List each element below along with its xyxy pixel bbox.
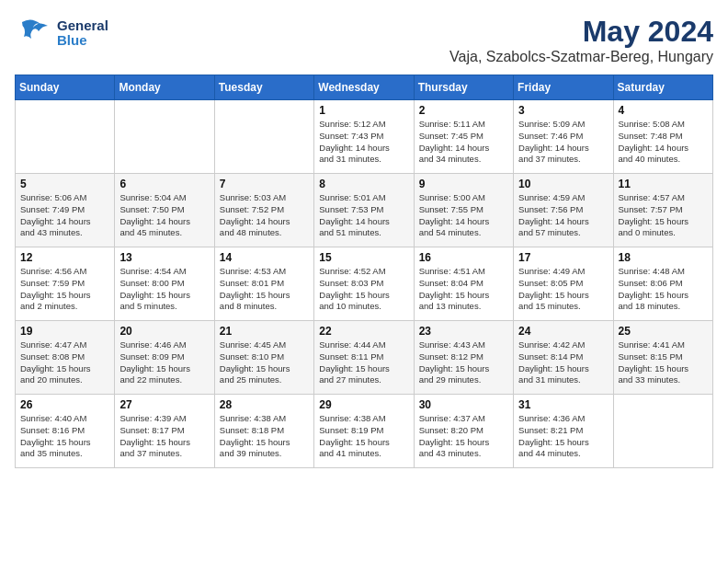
cell-info: Sunset: 8:20 PM bbox=[419, 425, 508, 437]
cell-info: Sunrise: 4:59 AM bbox=[518, 192, 608, 204]
cell-info: Sunset: 7:43 PM bbox=[319, 131, 408, 143]
cell-info: Sunrise: 4:51 AM bbox=[419, 266, 508, 278]
cell-info: Sunset: 7:46 PM bbox=[518, 131, 608, 143]
day-number: 17 bbox=[518, 251, 608, 264]
cell-info: Daylight: 15 hours bbox=[419, 363, 508, 375]
cell-info: Sunset: 8:10 PM bbox=[220, 351, 309, 363]
cell-info: Daylight: 14 hours bbox=[419, 143, 508, 155]
cell-info: Sunset: 8:19 PM bbox=[319, 425, 408, 437]
cell-info: Sunrise: 4:39 AM bbox=[119, 413, 209, 425]
cell-info: Sunset: 8:00 PM bbox=[119, 278, 209, 290]
cell-info: Daylight: 15 hours bbox=[220, 363, 309, 375]
cell-info: Daylight: 15 hours bbox=[518, 437, 608, 449]
cell-w4-d3: 22Sunrise: 4:44 AMSunset: 8:11 PMDayligh… bbox=[314, 321, 414, 395]
day-number: 9 bbox=[419, 178, 508, 190]
cell-info: Sunrise: 4:38 AM bbox=[220, 413, 309, 425]
day-number: 6 bbox=[119, 178, 209, 190]
cell-info: Sunset: 8:09 PM bbox=[119, 351, 209, 363]
cell-info: Sunrise: 5:09 AM bbox=[518, 119, 608, 131]
calendar-title: May 2024 bbox=[449, 15, 713, 49]
day-number: 26 bbox=[20, 398, 109, 411]
cell-w3-d0: 12Sunrise: 4:56 AMSunset: 7:59 PMDayligh… bbox=[16, 247, 115, 321]
cell-w2-d3: 8Sunrise: 5:01 AMSunset: 7:53 PMDaylight… bbox=[314, 174, 414, 247]
cell-w5-d1: 27Sunrise: 4:39 AMSunset: 8:17 PMDayligh… bbox=[115, 395, 214, 468]
title-area: May 2024 Vaja, Szabolcs-Szatmar-Bereg, H… bbox=[449, 15, 713, 65]
cell-info: Sunrise: 4:57 AM bbox=[619, 192, 708, 204]
cell-info: Sunset: 8:11 PM bbox=[319, 351, 408, 363]
cell-info: Daylight: 15 hours bbox=[119, 363, 209, 375]
cell-info: Sunset: 7:45 PM bbox=[419, 131, 508, 143]
week-row-2: 5Sunrise: 5:06 AMSunset: 7:49 PMDaylight… bbox=[16, 174, 713, 247]
day-number: 30 bbox=[419, 398, 508, 411]
header-saturday: Saturday bbox=[613, 75, 712, 100]
cell-info: and 22 minutes. bbox=[119, 374, 209, 386]
cell-info: Daylight: 14 hours bbox=[319, 216, 408, 228]
header-thursday: Thursday bbox=[414, 75, 513, 100]
cell-info: Sunset: 8:08 PM bbox=[20, 351, 109, 363]
cell-info: and 13 minutes. bbox=[419, 301, 508, 313]
cell-info: Daylight: 14 hours bbox=[119, 216, 209, 228]
day-number: 15 bbox=[319, 251, 408, 264]
header-wednesday: Wednesday bbox=[314, 75, 414, 100]
cell-info: and 29 minutes. bbox=[419, 374, 508, 386]
cell-info: and 43 minutes. bbox=[20, 227, 109, 239]
cell-info: Sunset: 7:48 PM bbox=[619, 131, 708, 143]
cell-info: Daylight: 15 hours bbox=[20, 437, 109, 449]
cell-info: and 37 minutes. bbox=[518, 154, 608, 166]
cell-info: Daylight: 15 hours bbox=[319, 363, 408, 375]
cell-info: and 20 minutes. bbox=[20, 374, 109, 386]
cell-w2-d2: 7Sunrise: 5:03 AMSunset: 7:52 PMDaylight… bbox=[214, 174, 313, 247]
header-friday: Friday bbox=[514, 75, 613, 100]
cell-info: Daylight: 15 hours bbox=[518, 363, 608, 375]
cell-info: Daylight: 14 hours bbox=[220, 216, 309, 228]
day-number: 16 bbox=[419, 251, 508, 264]
cell-info: Sunset: 8:01 PM bbox=[220, 278, 309, 290]
cell-info: and 31 minutes. bbox=[518, 374, 608, 386]
cell-info: Daylight: 15 hours bbox=[619, 216, 708, 228]
cell-w4-d1: 20Sunrise: 4:46 AMSunset: 8:09 PMDayligh… bbox=[115, 321, 214, 395]
cell-w5-d2: 28Sunrise: 4:38 AMSunset: 8:18 PMDayligh… bbox=[214, 395, 313, 468]
cell-info: Daylight: 14 hours bbox=[319, 143, 408, 155]
cell-w3-d4: 16Sunrise: 4:51 AMSunset: 8:04 PMDayligh… bbox=[414, 247, 513, 321]
cell-info: and 2 minutes. bbox=[20, 301, 109, 313]
cell-w3-d1: 13Sunrise: 4:54 AMSunset: 8:00 PMDayligh… bbox=[115, 247, 214, 321]
day-number: 29 bbox=[319, 398, 408, 411]
cell-info: Sunrise: 4:54 AM bbox=[119, 266, 209, 278]
cell-info: Sunset: 7:52 PM bbox=[220, 204, 309, 216]
header-sunday: Sunday bbox=[16, 75, 115, 100]
cell-info: Sunrise: 4:47 AM bbox=[20, 339, 109, 351]
cell-info: Sunset: 8:04 PM bbox=[419, 278, 508, 290]
cell-info: and 37 minutes. bbox=[119, 448, 209, 460]
week-row-4: 19Sunrise: 4:47 AMSunset: 8:08 PMDayligh… bbox=[16, 321, 713, 395]
cell-w4-d5: 24Sunrise: 4:42 AMSunset: 8:14 PMDayligh… bbox=[514, 321, 613, 395]
day-number: 13 bbox=[119, 251, 209, 264]
cell-info: Daylight: 14 hours bbox=[619, 143, 708, 155]
header: General Blue May 2024 Vaja, Szabolcs-Sza… bbox=[15, 15, 713, 65]
cell-info: Sunrise: 5:00 AM bbox=[419, 192, 508, 204]
calendar-subtitle: Vaja, Szabolcs-Szatmar-Bereg, Hungary bbox=[449, 49, 713, 65]
cell-info: and 45 minutes. bbox=[119, 227, 209, 239]
cell-info: and 41 minutes. bbox=[319, 448, 408, 460]
cell-info: and 44 minutes. bbox=[518, 448, 608, 460]
cell-info: Sunset: 8:14 PM bbox=[518, 351, 608, 363]
cell-info: and 27 minutes. bbox=[319, 374, 408, 386]
cell-info: Sunrise: 4:36 AM bbox=[518, 413, 608, 425]
cell-info: and 40 minutes. bbox=[619, 154, 708, 166]
cell-info: Daylight: 15 hours bbox=[20, 363, 109, 375]
cell-info: Sunset: 8:12 PM bbox=[419, 351, 508, 363]
day-number: 12 bbox=[20, 251, 109, 264]
cell-info: Sunrise: 4:45 AM bbox=[220, 339, 309, 351]
cell-info: and 54 minutes. bbox=[419, 227, 508, 239]
day-number: 11 bbox=[619, 178, 708, 190]
cell-info: and 31 minutes. bbox=[319, 154, 408, 166]
cell-w3-d3: 15Sunrise: 4:52 AMSunset: 8:03 PMDayligh… bbox=[314, 247, 414, 321]
cell-info: and 51 minutes. bbox=[319, 227, 408, 239]
calendar-table: SundayMondayTuesdayWednesdayThursdayFrid… bbox=[15, 75, 713, 468]
cell-w3-d2: 14Sunrise: 4:53 AMSunset: 8:01 PMDayligh… bbox=[214, 247, 313, 321]
day-number: 23 bbox=[419, 325, 508, 338]
cell-info: Sunset: 8:18 PM bbox=[220, 425, 309, 437]
cell-w2-d6: 11Sunrise: 4:57 AMSunset: 7:57 PMDayligh… bbox=[613, 174, 712, 247]
cell-info: Sunrise: 4:41 AM bbox=[619, 339, 708, 351]
cell-info: Daylight: 15 hours bbox=[319, 290, 408, 302]
cell-info: Sunset: 7:50 PM bbox=[119, 204, 209, 216]
